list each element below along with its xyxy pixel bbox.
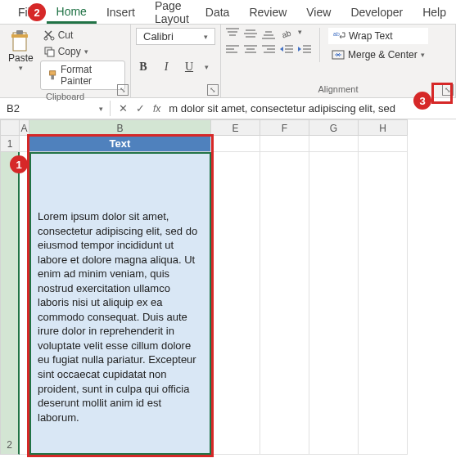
tab-insert[interactable]: Insert (97, 1, 145, 24)
svg-rect-1 (16, 30, 23, 34)
cell-f2[interactable] (260, 152, 309, 455)
paste-button[interactable]: Paste ▾ (5, 28, 37, 90)
align-left-icon[interactable] (226, 44, 239, 56)
cell-b1[interactable]: Text (29, 136, 211, 152)
cell-e1[interactable] (211, 136, 260, 152)
ribbon-tabs: File Home Insert Page Layout Data Review… (0, 0, 456, 25)
group-font: Calibri ▾ B I U ▾ ⤡ (131, 25, 221, 97)
chevron-down-icon: ▾ (204, 33, 208, 41)
orientation-icon[interactable]: ab (280, 28, 293, 39)
chevron-down-icon: ▾ (421, 51, 425, 59)
merge-center-label: Merge & Center (348, 49, 418, 61)
cell-g1[interactable] (309, 136, 359, 152)
cancel-icon[interactable]: ✕ (119, 102, 128, 115)
tab-data[interactable]: Data (196, 1, 240, 24)
font-name-value: Calibri (143, 30, 174, 43)
cell-h2[interactable] (359, 152, 408, 455)
row-header-2[interactable]: 2 (0, 152, 20, 455)
enter-icon[interactable]: ✓ (136, 102, 145, 115)
svg-text:ab: ab (281, 28, 293, 39)
chevron-down-icon: ▾ (84, 47, 88, 56)
chevron-down-icon: ▾ (205, 63, 209, 71)
col-header-f[interactable]: F (260, 119, 309, 136)
wrap-text-button[interactable]: ab Wrap Text (328, 28, 428, 44)
cell-e2[interactable] (211, 152, 260, 455)
align-top-icon[interactable] (226, 28, 239, 39)
group-label-clipboard: Clipboard (5, 90, 125, 103)
format-painter-label: Format Painter (61, 64, 118, 87)
tab-help[interactable]: Help (413, 1, 456, 24)
svg-point-4 (51, 37, 54, 40)
ribbon: Paste ▾ Cut Copy ▾ Format Painter C (0, 25, 456, 98)
paste-icon (10, 29, 31, 52)
cell-a2[interactable] (20, 152, 29, 455)
clipboard-dialog-launcher[interactable]: ⤡ (117, 84, 129, 96)
callout-3: 3 (413, 92, 431, 110)
align-center-icon[interactable] (244, 44, 257, 56)
col-header-h[interactable]: H (359, 119, 408, 136)
col-header-a[interactable]: A (20, 119, 29, 136)
cut-button[interactable]: Cut (40, 28, 125, 43)
col-header-g[interactable]: G (309, 119, 359, 136)
decrease-indent-icon[interactable] (280, 44, 293, 56)
align-bottom-icon[interactable] (262, 28, 275, 39)
col-header-e[interactable]: E (211, 119, 260, 136)
formula-bar-text[interactable]: m dolor sit amet, consectetur adipiscing… (169, 102, 395, 115)
wrap-text-label: Wrap Text (349, 30, 393, 42)
fx-icon[interactable]: fx (153, 103, 160, 115)
merge-center-button[interactable]: Merge & Center ▾ (328, 47, 428, 62)
align-right-icon[interactable] (262, 44, 275, 56)
annotation-box-3 (431, 83, 453, 104)
col-header-b[interactable]: B (29, 119, 211, 136)
cell-g2[interactable] (309, 152, 359, 455)
svg-rect-6 (47, 50, 54, 56)
merge-icon (332, 49, 345, 61)
copy-label: Copy (58, 46, 81, 57)
italic-button[interactable]: I (159, 61, 174, 74)
chevron-down-icon: ▾ (99, 105, 103, 113)
select-all-corner[interactable] (0, 119, 20, 136)
chevron-down-icon: ▾ (298, 28, 302, 39)
cell-a1[interactable] (20, 136, 29, 152)
paste-label: Paste (8, 52, 34, 64)
group-alignment: ab ▾ ab Wrap Text Merge & Center ▾ (221, 25, 456, 97)
svg-rect-7 (49, 71, 55, 75)
cut-label: Cut (58, 29, 74, 41)
format-painter-button[interactable]: Format Painter (40, 61, 125, 90)
align-middle-icon[interactable] (244, 28, 257, 39)
callout-2: 2 (28, 3, 46, 21)
row-header-1[interactable]: 1 (0, 136, 20, 152)
cell-b2[interactable]: Lorem ipsum dolor sit amet, consectetur … (29, 152, 211, 455)
chevron-down-icon: ▾ (19, 64, 23, 72)
copy-icon (43, 46, 55, 57)
svg-text:ab: ab (333, 31, 340, 37)
group-clipboard: Paste ▾ Cut Copy ▾ Format Painter C (0, 25, 131, 97)
svg-rect-2 (11, 34, 28, 38)
brush-icon (47, 70, 57, 81)
tab-review[interactable]: Review (239, 1, 296, 24)
tab-view[interactable]: View (296, 1, 341, 24)
tab-developer[interactable]: Developer (341, 1, 413, 24)
name-box-value: B2 (7, 102, 20, 115)
worksheet: 1 2 A B E F G H Text Lorem ipsum dolor s… (0, 119, 456, 455)
scissors-icon (43, 29, 55, 41)
font-dialog-launcher[interactable]: ⤡ (207, 84, 219, 96)
tab-home[interactable]: Home (47, 0, 97, 24)
cell-h1[interactable] (359, 136, 408, 152)
increase-indent-icon[interactable] (298, 44, 311, 56)
svg-rect-8 (51, 75, 54, 79)
font-name-select[interactable]: Calibri ▾ (136, 28, 215, 45)
cell-f1[interactable] (260, 136, 309, 152)
copy-button[interactable]: Copy ▾ (40, 44, 125, 59)
underline-button[interactable]: U (182, 61, 196, 74)
wrap-text-icon: ab (332, 30, 345, 42)
bold-button[interactable]: B (136, 61, 151, 74)
callout-1: 1 (10, 155, 28, 173)
